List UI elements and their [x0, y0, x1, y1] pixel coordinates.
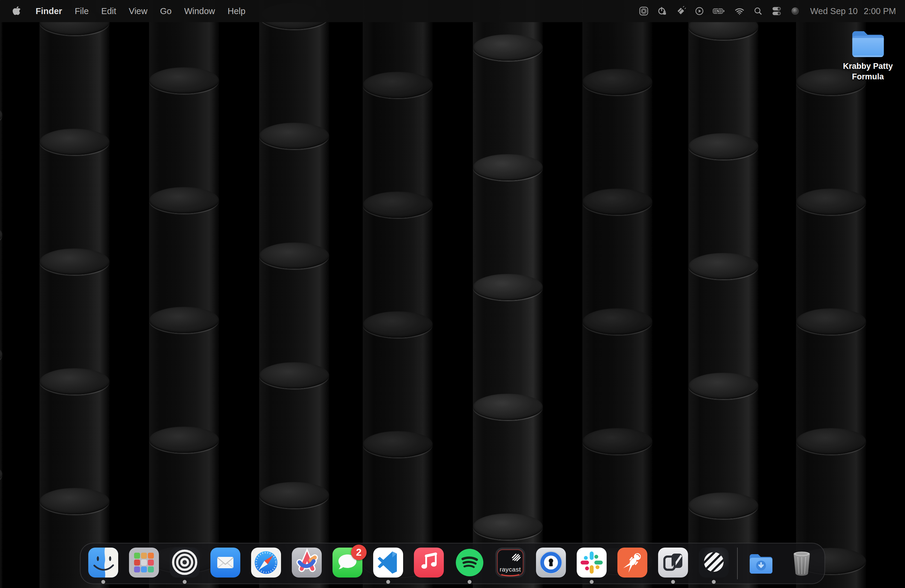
apple-logo-icon — [12, 5, 22, 17]
overlapping-windows-app-icon — [658, 548, 688, 577]
arc-browser-app-icon — [292, 548, 322, 577]
mail-app-icon — [210, 548, 240, 577]
wallpaper-cylinder-cap — [0, 581, 2, 588]
wallpaper-cylinder-cap — [473, 394, 543, 420]
wallpaper-cylinder-cap — [473, 35, 543, 61]
menu-file[interactable]: File — [68, 0, 95, 22]
menu-window[interactable]: Window — [178, 0, 221, 22]
menu-app-name[interactable]: Finder — [29, 0, 68, 22]
clock-date: Wed Sep 10 — [810, 6, 858, 16]
dock-item-vscode[interactable] — [373, 548, 403, 577]
dock-item-safari[interactable] — [251, 548, 281, 577]
wallpaper-cylinder-cap — [796, 308, 866, 335]
menu-bar-left: Finder File Edit View Go Window Help — [11, 0, 252, 22]
running-indicator — [590, 580, 594, 584]
safari-app-icon — [251, 548, 281, 577]
control-center-icon[interactable] — [769, 3, 784, 19]
wallpaper-cylinder-cap — [40, 368, 110, 394]
running-indicator — [386, 580, 390, 584]
wallpaper-cylinder-cap — [149, 307, 219, 333]
apple-menu[interactable] — [11, 5, 23, 17]
vscode-app-icon — [373, 548, 403, 577]
dock-item-linear[interactable] — [699, 548, 729, 577]
wallpaper-cylinder-cap — [40, 248, 110, 275]
wallpaper-cylinder-cap — [688, 373, 758, 399]
trash-icon — [787, 548, 817, 577]
menu-bar-status-area: Wed Sep 10 2:00 PM — [636, 3, 896, 19]
wallpaper-cylinder-cap — [149, 187, 219, 213]
menubar-clock[interactable]: Wed Sep 10 2:00 PM — [810, 6, 896, 16]
dock-item-launchpad[interactable] — [129, 548, 159, 577]
wallpaper-cylinder-cap — [40, 488, 110, 514]
menu-view[interactable]: View — [122, 0, 154, 22]
wallpaper-cylinder-cap — [583, 308, 653, 335]
play-circle-menubar-icon[interactable] — [692, 3, 707, 19]
raycast-label: raycast — [495, 566, 525, 573]
wallpaper-cylinder-cap — [473, 274, 543, 300]
wallpaper-cylinder-cap — [473, 513, 543, 540]
downloads-folder-icon — [746, 548, 776, 577]
wallpaper-cylinder-cap — [688, 133, 758, 160]
running-indicator — [671, 580, 675, 584]
menu-edit[interactable]: Edit — [95, 0, 122, 22]
wallpaper-cylinder-cap — [259, 362, 329, 389]
dock-item-raycast[interactable]: raycast — [495, 548, 525, 577]
wallpaper-cylinder-column — [149, 0, 219, 588]
wallpaper-cylinder-cap — [40, 129, 110, 155]
wallpaper-cylinder-column — [259, 0, 329, 588]
slack-app-icon — [577, 548, 607, 577]
linear-app-icon — [699, 548, 729, 577]
power-lock-menubar-icon[interactable] — [654, 3, 670, 19]
folder-icon — [849, 26, 887, 59]
dock-item-messages[interactable]: 2 — [332, 548, 362, 577]
dock-separator — [737, 548, 738, 579]
launchpad-icon — [129, 548, 159, 577]
menu-bar: Finder File Edit View Go Window Help — [0, 0, 905, 22]
desktop-folder-label: Krabby Patty Formula — [837, 61, 899, 82]
dock-item-finder[interactable] — [88, 548, 118, 577]
textured-globe-menubar-icon[interactable] — [788, 3, 803, 19]
burst-menubar-icon[interactable] — [636, 3, 651, 19]
wallpaper-cylinder-cap — [0, 461, 2, 488]
wallpaper-cylinder-cap — [688, 493, 758, 519]
macos-desktop: { "menu_bar": { "app_name": "Finder", "m… — [0, 0, 905, 588]
wallpaper-cylinder-column — [688, 0, 758, 588]
spotlight-search-icon[interactable] — [750, 3, 766, 19]
wallpaper-cylinder-cap — [363, 192, 433, 218]
dock-item-1password[interactable] — [536, 548, 566, 577]
desktop-wallpaper — [0, 0, 905, 588]
music-app-icon — [414, 548, 444, 577]
running-indicator — [712, 580, 716, 584]
running-indicator — [102, 580, 105, 584]
dock-item-mail[interactable] — [210, 548, 240, 577]
wallpaper-cylinder-column — [583, 0, 653, 588]
onepassword-app-icon — [536, 548, 566, 577]
wallpaper-cylinder-cap — [583, 69, 653, 95]
finder-app-icon — [88, 548, 118, 577]
messages-badge: 2 — [351, 545, 367, 560]
wallpaper-cylinder-cap — [259, 123, 329, 149]
dock-item-slack[interactable] — [577, 548, 607, 577]
hatched-badge-menubar-icon[interactable] — [673, 3, 689, 19]
wallpaper-cylinder-cap — [149, 67, 219, 94]
wallpaper-cylinder-cap — [583, 428, 653, 455]
dock-item-music[interactable] — [414, 548, 444, 577]
wallpaper-cylinder-column — [0, 0, 2, 588]
dock-item-postman[interactable] — [618, 548, 647, 577]
menu-go[interactable]: Go — [154, 0, 178, 22]
wallpaper-cylinder-cap — [0, 341, 2, 368]
wallpaper-cylinder-cap — [0, 102, 2, 128]
dock-item-downloads-folder[interactable] — [746, 548, 776, 577]
dock-item-concentric-rings-app[interactable] — [170, 548, 200, 577]
dock-item-overlapping-windows-app[interactable] — [658, 548, 688, 577]
desktop-folder-krabby-patty-formula[interactable]: Krabby Patty Formula — [835, 26, 900, 82]
dock-item-arc-browser[interactable] — [292, 548, 322, 577]
wallpaper-cylinder-cap — [259, 482, 329, 509]
dock-item-spotify[interactable] — [455, 548, 484, 577]
menu-help[interactable]: Help — [221, 0, 252, 22]
spotify-app-icon — [455, 548, 484, 577]
battery-charging-icon[interactable] — [710, 3, 729, 19]
wallpaper-cylinder-cap — [149, 427, 219, 453]
wifi-icon[interactable] — [732, 3, 747, 19]
dock-item-trash[interactable] — [787, 548, 817, 577]
